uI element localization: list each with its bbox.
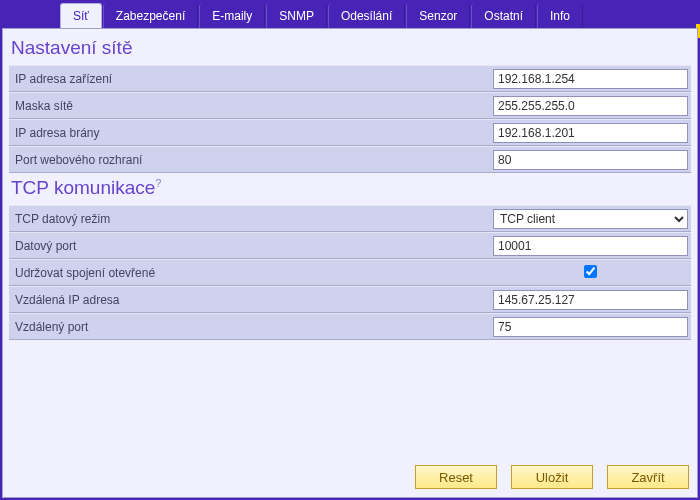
row-remote-ip: Vzdálená IP adresa [9, 286, 691, 313]
tab-other[interactable]: Ostatní [471, 4, 536, 28]
row-tcp-mode: TCP datový režim TCP client [9, 205, 691, 232]
label-tcp-mode: TCP datový režim [13, 212, 493, 226]
label-remote-port: Vzdálený port [13, 320, 493, 334]
checkbox-keep-open[interactable] [584, 265, 597, 278]
label-keep-open: Udržovat spojení otevřené [13, 266, 493, 280]
tab-snmp[interactable]: SNMP [266, 4, 327, 28]
row-ip-gateway: IP adresa brány [9, 119, 691, 146]
tab-security[interactable]: Zabezpečení [103, 4, 198, 28]
tab-emails[interactable]: E-maily [199, 4, 265, 28]
input-netmask[interactable] [493, 96, 688, 116]
label-ip-device: IP adresa zařízení [13, 72, 493, 86]
help-icon[interactable]: ? [155, 177, 161, 189]
tab-sending[interactable]: Odesílání [328, 4, 405, 28]
row-keep-open: Udržovat spojení otevřené [9, 259, 691, 286]
row-netmask: Maska sítě [9, 92, 691, 119]
input-remote-port[interactable] [493, 317, 688, 337]
input-web-port[interactable] [493, 150, 688, 170]
row-remote-port: Vzdálený port [9, 313, 691, 340]
input-ip-device[interactable] [493, 69, 688, 89]
label-web-port: Port webového rozhraní [13, 153, 493, 167]
save-button[interactable]: Uložit [511, 465, 593, 489]
section-title-tcp-text: TCP komunikace [11, 177, 155, 198]
section-title-tcp: TCP komunikace? [9, 173, 691, 205]
input-data-port[interactable] [493, 236, 688, 256]
reset-button[interactable]: Reset [415, 465, 497, 489]
tab-content: Nastavení sítě IP adresa zařízení Maska … [2, 28, 698, 498]
select-tcp-mode[interactable]: TCP client [493, 209, 688, 229]
label-netmask: Maska sítě [13, 99, 493, 113]
tab-info[interactable]: Info [537, 4, 583, 28]
row-data-port: Datový port [9, 232, 691, 259]
window-frame: Síť Zabezpečení E-maily SNMP Odesílání S… [0, 0, 700, 500]
label-ip-gateway: IP adresa brány [13, 126, 493, 140]
close-button[interactable]: Zavřít [607, 465, 689, 489]
tab-network[interactable]: Síť [60, 3, 102, 29]
section-title-network: Nastavení sítě [9, 33, 691, 65]
input-ip-gateway[interactable] [493, 123, 688, 143]
tab-sensor[interactable]: Senzor [406, 4, 470, 28]
row-ip-device: IP adresa zařízení [9, 65, 691, 92]
tab-bar: Síť Zabezpečení E-maily SNMP Odesílání S… [0, 2, 700, 28]
label-remote-ip: Vzdálená IP adresa [13, 293, 493, 307]
footer-buttons: Reset Uložit Zavřít [415, 465, 689, 489]
label-data-port: Datový port [13, 239, 493, 253]
input-remote-ip[interactable] [493, 290, 688, 310]
row-web-port: Port webového rozhraní [9, 146, 691, 173]
